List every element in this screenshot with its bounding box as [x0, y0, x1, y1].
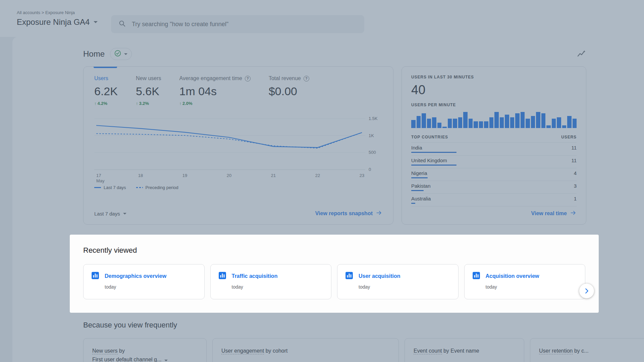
overview-card: Users 6.2K ↑4.2% New users 5.6K ↑3.2% Av… [83, 66, 393, 225]
metrics-row: Users 6.2K ↑4.2% New users 5.6K ↑3.2% Av… [94, 75, 382, 106]
report-link[interactable]: Demographics overview [105, 273, 166, 279]
users-per-minute-chart [411, 111, 577, 128]
property-title: Exposure Ninja GA4 [17, 17, 90, 27]
report-link[interactable]: Acquisition overview [486, 273, 539, 279]
metric-value: 1m 04s [179, 85, 251, 98]
metric-new-users[interactable]: New users 5.6K ↑3.2% [136, 75, 161, 106]
main-wrap: Home Users 6.2K ↑4.2% New users [0, 37, 644, 362]
suggestion-card-event-count-by-event-name[interactable]: Event count by Event name [405, 338, 524, 362]
chevron-down-icon[interactable] [164, 360, 168, 361]
minute-bar [557, 117, 561, 128]
svg-text:18: 18 [138, 173, 143, 178]
up-arrow-icon: ↑ [179, 101, 182, 106]
metric-link[interactable]: User retention [539, 348, 573, 354]
label-text: by [118, 348, 125, 354]
search-bar[interactable] [111, 15, 364, 33]
recently-viewed-section: Recently viewed Demographics overview to… [70, 235, 599, 313]
metric-avg-engagement-time[interactable]: Average engagement time? 1m 04s ↑2.0% [179, 75, 251, 106]
metric-link[interactable]: User engagement [221, 348, 264, 354]
chevron-down-icon [123, 213, 126, 215]
legend-dashed-line-icon [136, 187, 143, 188]
suggestion-card-user-engagement-by-cohort[interactable]: User engagement by cohort [212, 338, 399, 362]
svg-text:1K: 1K [369, 133, 374, 138]
minute-bar [515, 113, 520, 128]
metric-total-revenue[interactable]: Total revenue? $0.00 [269, 75, 309, 106]
report-link[interactable]: User acquisition [359, 273, 400, 279]
per-minute-label: USERS PER MINUTE [411, 103, 577, 107]
minute-bar [437, 123, 442, 128]
metric-users[interactable]: Users 6.2K ↑4.2% [94, 75, 118, 106]
frequently-viewed-section: Because you view frequently New users by… [12, 321, 644, 362]
up-arrow-icon: ↑ [94, 101, 97, 106]
section-title: Because you view frequently [83, 321, 644, 329]
minute-bar [463, 112, 468, 128]
minute-bar [411, 120, 416, 128]
recent-report-card-traffic-acquisition[interactable]: Traffic acquisition today [210, 264, 332, 299]
report-chart-icon [345, 271, 354, 281]
metric-link[interactable]: New users [92, 348, 118, 354]
metric-delta: ↑2.0% [179, 101, 251, 106]
view-reports-snapshot-link[interactable]: View reports snapshot [315, 209, 382, 218]
recent-report-card-demographics-overview[interactable]: Demographics overview today [83, 264, 205, 299]
report-status-pill[interactable] [110, 48, 132, 60]
content-panel: Home Users 6.2K ↑4.2% New users [12, 37, 644, 362]
minute-bar [552, 119, 556, 128]
minute-bar [422, 113, 426, 128]
help-icon[interactable]: ? [304, 76, 309, 81]
country-bar [411, 165, 457, 166]
country-name: Pakistan [411, 183, 431, 189]
country-name: India [411, 145, 422, 150]
recent-report-card-acquisition-overview[interactable]: Acquisition overview today [464, 264, 586, 299]
carousel-next-button[interactable] [579, 284, 594, 298]
minute-bar [458, 117, 463, 128]
search-input[interactable] [132, 21, 357, 28]
label-text: by Event name [442, 348, 479, 354]
minute-bar [505, 115, 509, 128]
svg-text:22: 22 [315, 173, 320, 178]
metric-value: $0.00 [269, 85, 309, 98]
recent-report-card-user-acquisition[interactable]: User acquisition today [337, 264, 459, 299]
country-name: Nigeria [411, 170, 427, 176]
date-range-dropdown[interactable]: Last 7 days [94, 211, 126, 217]
report-last-viewed: today [232, 284, 324, 290]
svg-text:20: 20 [227, 173, 231, 178]
property-switcher[interactable]: All accounts > Exposure Ninja Exposure N… [17, 10, 98, 27]
table-row: Pakistan3 [411, 181, 577, 194]
country-users: 4 [574, 170, 577, 176]
realtime-users-value: 40 [411, 83, 577, 97]
minute-bar [531, 116, 535, 128]
legend-label: Last 7 days [104, 185, 126, 190]
realtime-card: USERS IN LAST 30 MINUTES 40 USERS PER MI… [401, 66, 586, 225]
country-name: Australia [411, 196, 431, 201]
metric-link[interactable]: Event count [414, 348, 442, 354]
dimension-link[interactable]: First user default channel g... [92, 357, 161, 362]
check-circle-icon [114, 50, 121, 58]
metric-value: 6.2K [94, 85, 118, 98]
report-last-viewed: today [486, 284, 578, 290]
minute-bar [417, 116, 421, 128]
table-row: Nigeria4 [411, 168, 577, 181]
country-bar [411, 152, 457, 153]
metric-delta: ↑4.2% [94, 101, 118, 106]
suggestion-card-user-retention[interactable]: User retention by c... [530, 338, 644, 362]
minute-bar [536, 112, 540, 128]
view-real-time-link[interactable]: View real time [531, 209, 577, 218]
table-row: United Kingdom11 [411, 156, 577, 168]
metric-delta: ↑3.2% [136, 101, 161, 106]
report-chart-icon [472, 271, 481, 281]
country-users: 3 [574, 183, 577, 189]
metric-label: Users [94, 75, 118, 81]
realtime-title: USERS IN LAST 30 MINUTES [411, 75, 577, 79]
legend-label: Preceding period [146, 185, 178, 190]
help-icon[interactable]: ? [245, 76, 251, 81]
insights-button[interactable] [577, 49, 586, 59]
suggestion-card-new-users-by-channel[interactable]: New users by First user default channel … [83, 338, 207, 362]
report-link[interactable]: Traffic acquisition [232, 273, 278, 279]
svg-text:500: 500 [369, 150, 376, 155]
chevron-down-icon[interactable] [94, 21, 98, 23]
label-text: by cohort [264, 348, 287, 354]
minute-bar [479, 121, 483, 128]
metric-label: Average engagement time? [179, 75, 251, 81]
chevron-down-icon [124, 53, 127, 55]
up-arrow-icon: ↑ [136, 101, 138, 106]
